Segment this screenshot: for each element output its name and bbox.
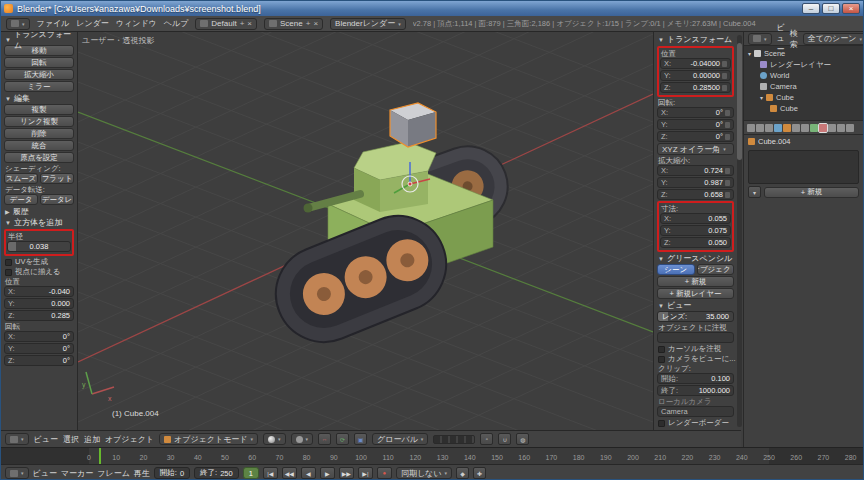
outliner-item-render-layers[interactable]: レンダーレイヤー: [748, 59, 859, 70]
panel-header-add-cube[interactable]: ▼立方体を追加: [4, 217, 74, 228]
current-frame-field[interactable]: 1: [243, 467, 259, 479]
rotation-x-field[interactable]: X:0°: [657, 107, 734, 118]
dimension-z-field[interactable]: Z:0.050: [660, 237, 731, 248]
scene-select[interactable]: Scene + ×: [264, 18, 323, 30]
delete-layout-icon[interactable]: ×: [247, 19, 252, 28]
render-border-checkbox[interactable]: レンダーボーダー: [657, 418, 734, 428]
minimize-button[interactable]: –: [802, 3, 820, 14]
shade-flat-button[interactable]: フラット: [40, 173, 74, 184]
rotation-z-field[interactable]: Z:0°: [4, 355, 74, 366]
timeline-playback-menu[interactable]: 再生: [134, 468, 150, 479]
frame-end-field[interactable]: 終了:250: [194, 467, 239, 479]
scale-button[interactable]: 拡大縮小: [4, 69, 74, 80]
modifiers-tab-icon[interactable]: [801, 124, 809, 132]
location-x-field[interactable]: X:-0.04000: [660, 58, 731, 69]
object-tab-icon[interactable]: [783, 124, 791, 132]
play-reverse-button[interactable]: ◀: [301, 467, 316, 479]
lock-icon[interactable]: [725, 110, 730, 116]
play-button[interactable]: ▶: [320, 467, 335, 479]
record-button[interactable]: ●: [377, 467, 392, 479]
object-menu[interactable]: オブジェクト: [105, 434, 154, 445]
editor-type-button[interactable]: ▾: [748, 33, 772, 45]
duplicate-button[interactable]: 複製: [4, 104, 74, 115]
editor-type-button[interactable]: ▾: [6, 18, 30, 30]
lock-icon[interactable]: [725, 122, 730, 128]
lock-icon[interactable]: [725, 180, 730, 186]
rotation-z-field[interactable]: Z:0°: [657, 131, 734, 142]
prev-keyframe-button[interactable]: ◀◀: [282, 467, 297, 479]
editor-type-button[interactable]: ▾: [5, 467, 29, 479]
location-x-field[interactable]: X:-0.040: [4, 286, 74, 297]
panel-header-view[interactable]: ▼ビュー: [657, 300, 734, 311]
rotation-mode-select[interactable]: XYZ オイラー角▾: [657, 143, 734, 155]
next-keyframe-button[interactable]: ▶▶: [339, 467, 354, 479]
lock-to-object-field[interactable]: [657, 332, 734, 343]
view-menu[interactable]: ビュー: [34, 434, 58, 445]
lock-icon[interactable]: [722, 73, 727, 79]
location-y-field[interactable]: Y:0.00000: [660, 70, 731, 81]
new-material-button[interactable]: +新規: [764, 187, 859, 198]
panel-header-grease-pencil[interactable]: ▼グリースペンシル: [657, 253, 734, 264]
material-tab-icon[interactable]: [819, 124, 827, 132]
timeline-frame-menu[interactable]: フレーム: [97, 468, 130, 479]
scale-x-field[interactable]: X:0.724: [657, 165, 734, 176]
rotate-button[interactable]: 回転: [4, 57, 74, 68]
jump-to-start-button[interactable]: |◀: [263, 467, 278, 479]
n-panel-scrollbar[interactable]: [737, 35, 742, 427]
mode-select[interactable]: オブジェクトモード▾: [159, 433, 258, 445]
timeline-marker-menu[interactable]: マーカー: [61, 468, 93, 479]
editor-type-button[interactable]: ▾: [5, 433, 29, 445]
location-z-field[interactable]: Z:0.285: [4, 310, 74, 321]
physics-tab-icon[interactable]: [846, 124, 854, 132]
dimension-x-field[interactable]: X:0.055: [660, 213, 731, 224]
lock-to-cursor-checkbox[interactable]: カーソルを注視: [657, 344, 734, 354]
select-menu[interactable]: 選択: [63, 434, 79, 445]
screen-layout-select[interactable]: Default + ×: [195, 18, 257, 30]
radius-slider[interactable]: 0.038: [7, 241, 71, 252]
expander-icon[interactable]: ▾: [760, 94, 763, 101]
menu-render[interactable]: レンダー: [76, 18, 109, 29]
outliner-item-camera[interactable]: Camera: [748, 81, 859, 92]
delete-scene-icon[interactable]: ×: [313, 19, 318, 28]
snap-magnet-icon[interactable]: ∪: [498, 433, 511, 445]
keyframe-insert-icon[interactable]: ✚: [473, 467, 486, 479]
delete-button[interactable]: 削除: [4, 128, 74, 139]
local-camera-field[interactable]: Camera: [657, 406, 734, 417]
data-layout-button[interactable]: データレ: [40, 194, 74, 205]
layer-buttons[interactable]: [433, 435, 475, 444]
shade-smooth-button[interactable]: スムーズ: [4, 173, 38, 184]
duplicate-linked-button[interactable]: リンク複製: [4, 116, 74, 127]
outliner-filter-select[interactable]: 全てのシーン▾: [803, 33, 864, 45]
lock-icon[interactable]: [725, 168, 730, 174]
world-tab-icon[interactable]: [774, 124, 782, 132]
rotate-manipulator-icon[interactable]: ⟳: [336, 433, 349, 445]
dimension-y-field[interactable]: Y:0.075: [660, 225, 731, 236]
location-y-field[interactable]: Y:0.000: [4, 298, 74, 309]
rotation-y-field[interactable]: Y:0°: [4, 343, 74, 354]
add-layout-icon[interactable]: +: [240, 19, 245, 28]
sync-select[interactable]: 同期しない▾: [396, 467, 452, 479]
keying-set-icon[interactable]: ◆: [456, 467, 469, 479]
current-frame-marker[interactable]: [99, 448, 101, 464]
expander-icon[interactable]: ▾: [748, 50, 751, 57]
menu-file[interactable]: ファイル: [37, 18, 70, 29]
outliner-item-world[interactable]: World: [748, 70, 859, 81]
grease-object-tab[interactable]: オブジェクト: [697, 264, 735, 275]
rotation-x-field[interactable]: X:0°: [4, 331, 74, 342]
browse-material-icon[interactable]: ▾: [748, 186, 761, 198]
menu-help[interactable]: ヘルプ: [164, 18, 189, 29]
add-scene-icon[interactable]: +: [306, 19, 311, 28]
join-button[interactable]: 統合: [4, 140, 74, 151]
outliner-item-scene[interactable]: ▾Scene: [748, 48, 859, 59]
render-tab-icon[interactable]: [747, 124, 755, 132]
jump-to-end-button[interactable]: ▶|: [358, 467, 373, 479]
generate-uv-checkbox[interactable]: UVを生成: [4, 257, 74, 267]
clip-end-field[interactable]: 終了:1000.000: [657, 385, 734, 396]
lens-slider[interactable]: レンズ:35.000: [657, 311, 734, 322]
lock-icon[interactable]: [722, 61, 727, 67]
particles-tab-icon[interactable]: [837, 124, 845, 132]
panel-header-edit[interactable]: ▼編集: [4, 93, 74, 104]
shading-select[interactable]: ▾: [263, 433, 286, 445]
3d-viewport[interactable]: ユーザー・透視投影 x y (1) Cube.004: [78, 32, 653, 430]
render-opengl-icon[interactable]: ◍: [516, 433, 529, 445]
